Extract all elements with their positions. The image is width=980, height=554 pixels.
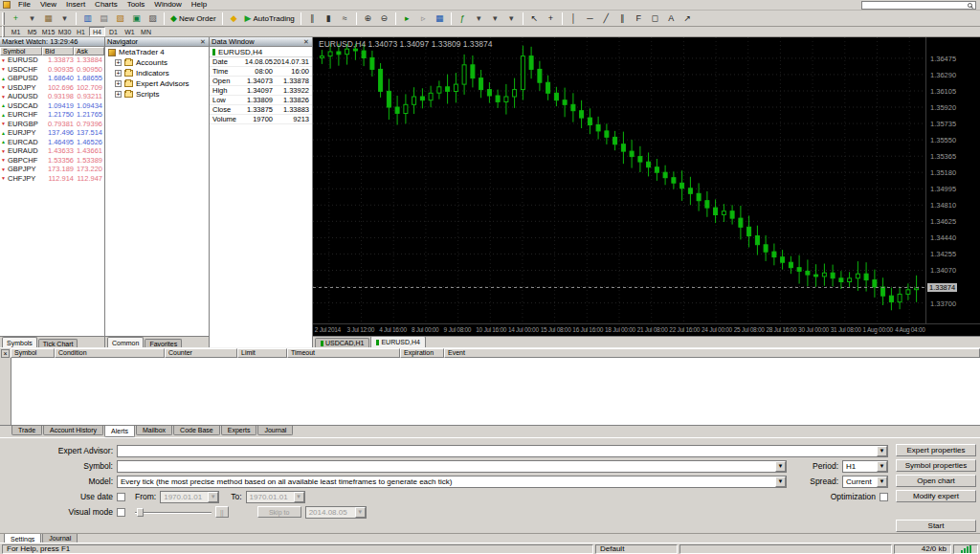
- terminal-tab-account-history[interactable]: Account History: [43, 426, 103, 435]
- column-header-counter[interactable]: Counter: [165, 348, 237, 358]
- close-icon[interactable]: ×: [1, 349, 10, 358]
- expand-icon[interactable]: +: [115, 70, 122, 77]
- chevron-down-icon[interactable]: ▼: [877, 476, 887, 487]
- data-window-toggle-button[interactable]: ▤: [96, 11, 112, 26]
- expert-properties-button[interactable]: Expert properties: [896, 444, 976, 456]
- market-watch-row[interactable]: ▲GBPUSD1.686401.68655: [0, 74, 104, 83]
- bar-chart-button[interactable]: ∥: [304, 11, 321, 26]
- period-select[interactable]: H1 ▼: [842, 460, 888, 473]
- optimization-checkbox[interactable]: [880, 493, 888, 501]
- chart-tab-eurusd-h4[interactable]: EURUSD,H4: [370, 336, 425, 347]
- market-watch-row[interactable]: ▼GBPCHF1.533561.53389: [0, 156, 104, 166]
- menu-help[interactable]: Help: [187, 0, 212, 10]
- market-watch-row[interactable]: ▼EURAUD1.436331.43661: [0, 146, 104, 156]
- column-header-symbol[interactable]: Symbol: [11, 348, 55, 358]
- expand-icon[interactable]: +: [115, 91, 122, 98]
- menu-file[interactable]: File: [13, 0, 35, 10]
- market-watch-row[interactable]: ▼EURGBP0.793810.79396: [0, 120, 104, 129]
- timeframe-d1-button[interactable]: D1: [105, 27, 122, 36]
- expand-icon[interactable]: +: [115, 59, 122, 66]
- tab-common[interactable]: Common: [107, 337, 144, 347]
- tab-symbols[interactable]: Symbols: [2, 337, 37, 347]
- new-chart-button[interactable]: +: [8, 11, 24, 26]
- market-watch-row[interactable]: ▲EURCHF1.217501.21765: [0, 110, 104, 120]
- market-watch-row[interactable]: ▼AUDUSD0.931980.93211: [0, 92, 104, 101]
- chevron-down-icon[interactable]: ▼: [294, 492, 304, 502]
- chevron-down-icon[interactable]: ▼: [877, 461, 887, 472]
- navigator-item-expert-advisors[interactable]: +Expert Advisors: [105, 78, 209, 89]
- fibonacci-button[interactable]: F: [631, 11, 647, 26]
- skip-to-button[interactable]: Skip to: [257, 506, 301, 518]
- cursor-button[interactable]: ↖: [526, 11, 543, 26]
- vertical-line-button[interactable]: │: [566, 11, 582, 26]
- menu-window[interactable]: Window: [149, 0, 186, 10]
- terminal-tab-code-base[interactable]: Code Base: [173, 426, 220, 435]
- market-watch-row[interactable]: ▼CHFJPY112.914112.947: [0, 174, 104, 184]
- navigator-item-scripts[interactable]: +Scripts: [105, 89, 209, 100]
- new-order-button[interactable]: ◆New Order: [167, 11, 219, 26]
- terminal-tab-trade[interactable]: Trade: [11, 426, 42, 435]
- timeframe-m15-button[interactable]: M15: [40, 27, 56, 36]
- market-watch-row[interactable]: ▲EURJPY137.496137.514: [0, 128, 104, 138]
- terminal-tab-alerts[interactable]: Alerts: [104, 426, 135, 437]
- visual-speed-slider[interactable]: [135, 508, 212, 517]
- terminal-toggle-button[interactable]: ▣: [128, 11, 145, 26]
- search-input[interactable]: [862, 2, 967, 9]
- start-button[interactable]: Start: [896, 520, 976, 532]
- navigator-item-indicators[interactable]: +Indicators: [105, 68, 209, 78]
- new-chart-dropdown[interactable]: ▾: [24, 11, 40, 26]
- crosshair-button[interactable]: +: [543, 11, 559, 26]
- chevron-down-icon[interactable]: ▼: [355, 507, 366, 518]
- status-profile[interactable]: Default: [595, 544, 678, 554]
- expand-icon[interactable]: +: [115, 80, 122, 87]
- menu-view[interactable]: View: [35, 0, 61, 10]
- zoom-in-button[interactable]: ⊕: [360, 11, 376, 26]
- market-watch-row[interactable]: ▲EURCAD1.464951.46526: [0, 138, 104, 147]
- horizontal-line-button[interactable]: ─: [582, 11, 598, 26]
- to-date-select[interactable]: 1970.01.01 ▼: [246, 491, 305, 503]
- terminal-tab-mailbox[interactable]: Mailbox: [136, 426, 172, 435]
- text-button[interactable]: A: [663, 11, 679, 26]
- chevron-down-icon[interactable]: ▼: [877, 446, 887, 456]
- menu-insert[interactable]: Insert: [61, 0, 90, 10]
- zoom-out-button[interactable]: ⊖: [376, 11, 392, 26]
- periods-dropdown-button[interactable]: ▾: [487, 11, 503, 26]
- tab-favorites[interactable]: Favorites: [145, 339, 182, 347]
- modify-expert-button[interactable]: Modify expert: [896, 490, 976, 502]
- indicators-button[interactable]: ƒ: [455, 11, 471, 26]
- market-watch-row[interactable]: ▼GBPJPY173.189173.220: [0, 165, 104, 174]
- profiles-dropdown[interactable]: ▾: [56, 11, 73, 26]
- shapes-button[interactable]: ◻: [647, 11, 663, 26]
- pause-button[interactable]: ||: [215, 506, 229, 518]
- column-header-symbol[interactable]: Symbol: [0, 47, 42, 55]
- from-date-select[interactable]: 1970.01.01 ▼: [160, 491, 219, 503]
- tab-tick-chart[interactable]: Tick Chart: [38, 339, 78, 347]
- line-chart-button[interactable]: ≈: [337, 11, 353, 26]
- candlestick-chart[interactable]: [313, 37, 925, 323]
- spread-select[interactable]: Current ▼: [842, 476, 888, 488]
- expert-advisor-select[interactable]: ▼: [117, 445, 888, 457]
- column-header-condition[interactable]: Condition: [55, 348, 165, 358]
- open-chart-button[interactable]: Open chart: [896, 475, 976, 487]
- auto-scroll-button[interactable]: ▸: [399, 11, 415, 26]
- price-axis[interactable]: 1.364751.362901.361051.359201.357351.355…: [925, 37, 980, 323]
- strategy-tester-toggle-button[interactable]: ▨: [145, 11, 161, 26]
- metaeditor-button[interactable]: ◆: [226, 11, 242, 26]
- column-header-ask[interactable]: Ask: [74, 47, 104, 55]
- model-select[interactable]: Every tick (the most precise method base…: [117, 476, 787, 488]
- column-header-bid[interactable]: Bid: [42, 47, 74, 55]
- chevron-down-icon[interactable]: ▼: [208, 492, 218, 502]
- close-icon[interactable]: ✕: [199, 38, 207, 45]
- timeframe-w1-button[interactable]: W1: [122, 27, 138, 36]
- timeframe-m30-button[interactable]: M30: [56, 27, 73, 36]
- chevron-down-icon[interactable]: ▼: [775, 476, 786, 487]
- slider-thumb[interactable]: [137, 508, 144, 517]
- chart-tab-usdcad-h1[interactable]: USDCAD,H1: [315, 338, 369, 347]
- use-date-checkbox[interactable]: [117, 493, 125, 501]
- time-axis[interactable]: 2 Jul 20143 Jul 12:004 Jul 16:008 Jul 00…: [313, 323, 980, 336]
- market-watch-row[interactable]: ▲USDCAD1.094191.09434: [0, 101, 104, 111]
- column-header-limit[interactable]: Limit: [237, 348, 287, 358]
- market-watch-toggle-button[interactable]: ▥: [79, 11, 96, 26]
- arrows-button[interactable]: ↗: [679, 11, 696, 26]
- terminal-tab-experts[interactable]: Experts: [221, 426, 257, 435]
